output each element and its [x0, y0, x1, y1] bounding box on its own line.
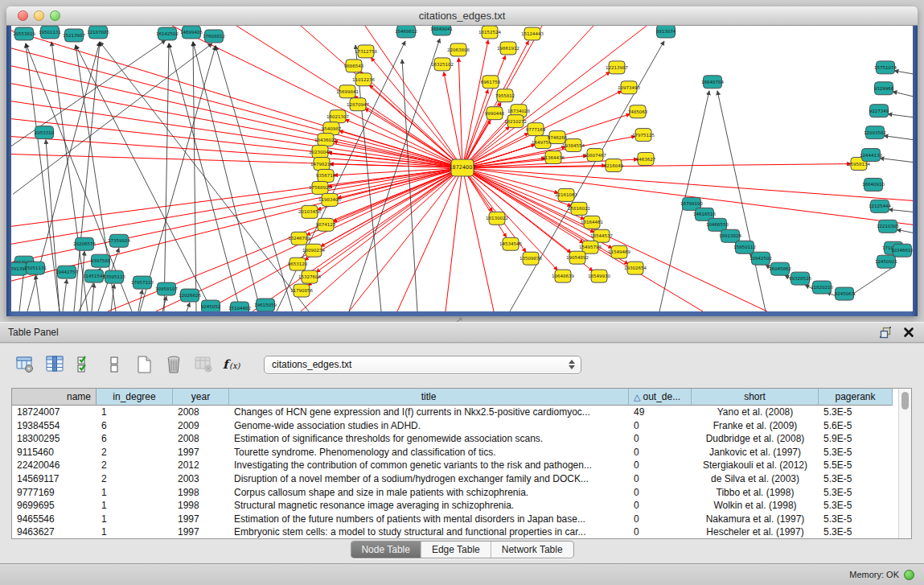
table-row[interactable]: 946554611997Estimation of the future num… — [12, 513, 911, 526]
cell-year[interactable]: 2003 — [173, 472, 229, 486]
close-window-button[interactable] — [18, 10, 28, 21]
cell-pagerank[interactable]: 5.6E-5 — [819, 419, 893, 433]
cell-year[interactable]: 2008 — [173, 432, 229, 446]
cell-out_de[interactable]: 0 — [629, 446, 692, 459]
cell-year[interactable]: 2008 — [173, 406, 229, 419]
cell-in_degree[interactable]: 1 — [97, 513, 173, 526]
delete-icon[interactable] — [162, 352, 186, 377]
cell-title[interactable]: Genome-wide association studies in ADHD. — [229, 419, 629, 433]
cell-short[interactable]: de Silva et al. (2003) — [692, 472, 819, 486]
cell-year[interactable]: 2009 — [173, 419, 229, 433]
cell-year[interactable]: 1997 — [173, 513, 229, 526]
table-vertical-scrollbar[interactable] — [898, 389, 911, 538]
cell-pagerank[interactable]: 5.3E-5 — [819, 486, 893, 500]
cell-short[interactable]: Dudbridge et al. (2008) — [692, 432, 819, 446]
cell-title[interactable]: Estimation of significance thresholds fo… — [229, 432, 629, 446]
cell-out_de[interactable]: 0 — [629, 432, 692, 446]
cell-out_de[interactable]: 49 — [629, 406, 692, 419]
table-row[interactable]: 977716911998Corpus callosum shape and si… — [12, 486, 911, 500]
cell-in_degree[interactable]: 6 — [97, 432, 173, 446]
table-row[interactable]: 2242004622012Investigating the contribut… — [12, 459, 911, 472]
delete-table-icon[interactable] — [191, 352, 216, 377]
cell-name[interactable]: 9777169 — [12, 486, 97, 500]
column-header-title[interactable]: title — [229, 389, 629, 406]
table-row[interactable]: 969969511998Structural magnetic resonanc… — [12, 499, 911, 513]
network-graph[interactable]: 1731275898865431101223615699841128709471… — [11, 26, 913, 311]
table-row[interactable]: 1938455462009Genome-wide association stu… — [12, 419, 911, 433]
tab-edge-table[interactable]: Edge Table — [421, 542, 491, 558]
cell-pagerank[interactable]: 5.3E-5 — [819, 525, 893, 539]
zoom-window-button[interactable] — [50, 10, 60, 21]
cell-short[interactable]: Nakamura et al. (1997) — [692, 513, 819, 526]
cell-title[interactable]: Corpus callosum shape and size in male p… — [229, 486, 629, 500]
close-panel-icon[interactable] — [903, 327, 914, 338]
cell-year[interactable]: 2012 — [173, 459, 229, 472]
cell-name[interactable]: 22420046 — [12, 459, 97, 472]
table-row[interactable]: 1456911722003Disruption of a novel membe… — [12, 472, 911, 486]
cell-name[interactable]: 18300295 — [12, 432, 97, 446]
function-builder-icon[interactable]: f(x) — [221, 352, 245, 377]
cell-title[interactable]: Disruption of a novel member of a sodium… — [229, 472, 629, 486]
window-titlebar[interactable]: citations_edges.txt — [6, 6, 918, 26]
cell-pagerank[interactable]: 5.3E-5 — [819, 513, 893, 526]
cell-title[interactable]: Changes of HCN gene expression and I(f) … — [229, 406, 629, 419]
cell-pagerank[interactable]: 5.5E-5 — [819, 459, 893, 472]
cell-out_de[interactable]: 0 — [629, 486, 692, 500]
minimize-window-button[interactable] — [34, 10, 44, 21]
cell-year[interactable]: 1998 — [173, 486, 229, 500]
cell-name[interactable]: 9115460 — [12, 446, 97, 459]
cell-short[interactable]: Jankovic et al. (1997) — [692, 446, 819, 459]
cell-short[interactable]: Hescheler et al. (1997) — [692, 525, 819, 539]
cell-pagerank[interactable]: 5.3E-5 — [819, 406, 893, 419]
cell-name[interactable]: 19384554 — [12, 419, 97, 433]
tab-node-table[interactable]: Node Table — [351, 542, 421, 558]
cell-in_degree[interactable]: 6 — [97, 419, 173, 433]
column-header-pagerank[interactable]: pagerank — [819, 389, 893, 406]
cell-short[interactable]: Franke et al. (2009) — [692, 419, 819, 433]
memory-ok-led-icon[interactable] — [904, 570, 914, 580]
cell-title[interactable]: Structural magnetic resonance image aver… — [229, 499, 629, 513]
table-row[interactable]: 911546021997Tourette syndrome. Phenomeno… — [12, 446, 911, 459]
network-canvas[interactable]: 1731275898865431101223615699841128709471… — [11, 26, 913, 311]
column-header-year[interactable]: year — [173, 389, 229, 406]
cell-year[interactable]: 1997 — [173, 525, 229, 539]
cell-in_degree[interactable]: 2 — [97, 446, 173, 459]
cell-short[interactable]: Stergiakouli et al. (2012) — [692, 459, 819, 472]
cell-year[interactable]: 1997 — [173, 446, 229, 459]
scrollbar-thumb[interactable] — [901, 392, 909, 410]
cell-title[interactable]: Investigating the contribution of common… — [229, 459, 629, 472]
cell-name[interactable]: 9699695 — [12, 499, 97, 513]
column-header-name[interactable]: name — [12, 389, 97, 406]
table-row[interactable]: 1872400712008Changes of HCN gene express… — [12, 406, 911, 419]
cell-in_degree[interactable]: 2 — [97, 472, 173, 486]
column-header-short[interactable]: short — [692, 389, 819, 406]
cell-name[interactable]: 9463627 — [12, 525, 97, 539]
deselect-all-icon[interactable] — [102, 352, 126, 377]
cell-in_degree[interactable]: 1 — [97, 406, 173, 419]
cell-out_de[interactable]: 0 — [629, 499, 692, 513]
column-header-out_de[interactable]: △out_de... — [629, 389, 692, 406]
cell-name[interactable]: 14569117 — [12, 472, 97, 486]
cell-in_degree[interactable]: 2 — [97, 459, 173, 472]
cell-year[interactable]: 1998 — [173, 499, 229, 513]
table-settings-icon[interactable] — [13, 352, 37, 377]
cell-in_degree[interactable]: 1 — [97, 499, 173, 513]
cell-name[interactable]: 9465546 — [12, 513, 97, 526]
cell-pagerank[interactable]: 5.9E-5 — [819, 432, 893, 446]
cell-out_de[interactable]: 0 — [629, 419, 692, 433]
cell-out_de[interactable]: 0 — [629, 472, 692, 486]
new-file-icon[interactable] — [132, 352, 156, 377]
cell-pagerank[interactable]: 5.3E-5 — [819, 472, 893, 486]
cell-out_de[interactable]: 0 — [629, 459, 692, 472]
table-row[interactable]: 1830029562008Estimation of significance … — [12, 432, 911, 446]
cell-title[interactable]: Estimation of the future numbers of pati… — [229, 513, 629, 526]
cell-short[interactable]: Wolkin et al. (1998) — [692, 499, 819, 513]
cell-pagerank[interactable]: 5.3E-5 — [819, 446, 893, 459]
cell-pagerank[interactable]: 5.3E-5 — [819, 499, 893, 513]
cell-short[interactable]: Yano et al. (2008) — [692, 406, 819, 419]
float-panel-icon[interactable] — [879, 326, 892, 339]
select-all-icon[interactable] — [72, 352, 97, 377]
cell-out_de[interactable]: 0 — [629, 525, 692, 539]
show-columns-icon[interactable] — [43, 352, 67, 377]
table-row[interactable]: 946362711997Embryonic stem cells: a mode… — [12, 525, 911, 539]
